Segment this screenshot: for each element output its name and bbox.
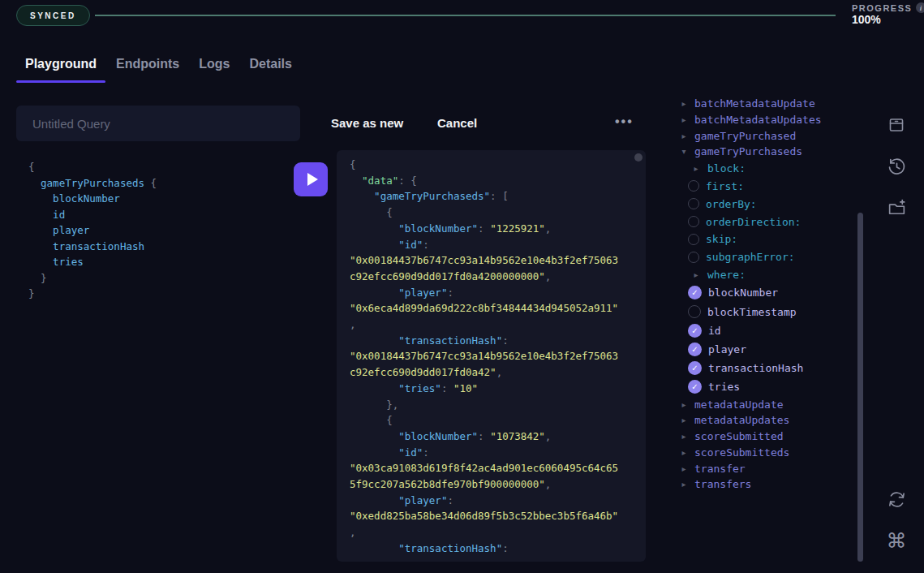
result-scrollbar[interactable] [634, 153, 643, 162]
schema-item-skip[interactable]: skip: [680, 230, 854, 248]
schema-item-scoreSubmitteds[interactable]: ▸scoreSubmitteds [680, 445, 854, 461]
schema-item-metadataUpdates[interactable]: ▸metadataUpdates [680, 412, 854, 429]
code-line: id [28, 207, 157, 223]
more-options-button[interactable]: ••• [610, 114, 638, 130]
progress-label: PROGRESS i [852, 2, 924, 13]
result-json: { "data": { "gameTryPurchaseds": [ { "bl… [350, 157, 618, 557]
code-line: { [350, 157, 618, 173]
schema-item-transfer[interactable]: ▸transfer [680, 460, 854, 476]
code-line: }, [350, 397, 618, 413]
schema-item-block[interactable]: ▸block: [680, 160, 854, 178]
schema-item-label: metadataUpdates [694, 414, 789, 426]
refresh-button[interactable] [885, 488, 908, 511]
caret-right-icon[interactable]: ▸ [680, 464, 688, 473]
execute-query-button[interactable] [294, 162, 328, 196]
code-line: "0x00184437b6747cc93a14b9562e10e4b3f2ef7… [350, 348, 618, 364]
radio-unchecked-icon[interactable] [688, 234, 699, 245]
radio-unchecked-icon[interactable] [688, 180, 699, 192]
caret-right-icon[interactable]: ▸ [691, 270, 701, 279]
code-line: player [28, 222, 157, 239]
info-icon[interactable]: i [916, 2, 924, 13]
schema-item-label: gameTryPurchaseds [694, 145, 802, 157]
checkbox-checked-icon[interactable]: ✓ [688, 324, 702, 338]
new-collection-button[interactable] [885, 196, 908, 219]
progress-value: 100% [852, 13, 881, 26]
caret-right-icon[interactable]: ▸ [680, 99, 688, 108]
code-line: "0x03ca91083d619f8f42ac4ad901ec6060495c6… [350, 460, 618, 476]
code-line: "player": [350, 493, 618, 509]
schema-item-batchMetadataUpdates[interactable]: ▸batchMetadataUpdates [680, 112, 854, 128]
schema-item-label: orderDirection: [706, 216, 801, 228]
tab-endpoints[interactable]: Endpoints [107, 54, 188, 81]
radio-unchecked-icon[interactable] [688, 305, 701, 318]
save-as-new-button[interactable]: Save as new [326, 115, 408, 131]
schema-item-first[interactable]: first: [680, 178, 854, 196]
schema-item-gameTryPurchased[interactable]: ▸gameTryPurchased [680, 127, 854, 144]
caret-right-icon[interactable]: ▸ [680, 115, 688, 124]
schema-item-id[interactable]: ✓id [680, 321, 854, 340]
checkbox-checked-icon[interactable]: ✓ [688, 361, 702, 375]
code-line: , [350, 317, 618, 333]
caret-right-icon[interactable]: ▸ [680, 131, 688, 140]
caret-right-icon[interactable]: ▸ [680, 480, 688, 489]
tab-playground[interactable]: Playground [16, 54, 105, 81]
checkbox-checked-icon[interactable]: ✓ [688, 380, 702, 394]
checkbox-checked-icon[interactable]: ✓ [688, 286, 702, 299]
schema-item-where[interactable]: ▸where: [680, 266, 854, 284]
code-line: "data": { [350, 173, 618, 189]
code-line: "0x00184437b6747cc93a14b9562e10e4b3f2ef7… [350, 252, 618, 269]
schema-item-transactionHash[interactable]: ✓transactionHash [680, 359, 854, 377]
caret-right-icon[interactable]: ▸ [680, 432, 688, 441]
schema-item-blockNumber[interactable]: ✓blockNumber [680, 283, 854, 302]
schema-item-orderDirection[interactable]: orderDirection: [680, 213, 854, 230]
schema-item-label: subgraphError: [706, 251, 795, 263]
schema-item-label: skip: [706, 233, 737, 245]
caret-right-icon[interactable]: ▸ [680, 416, 688, 424]
synced-label: SYNCED [30, 11, 76, 20]
code-line: c92efcc690d9dd017fd0a42", [350, 364, 618, 381]
schema-item-batchMetadataUpdate[interactable]: ▸batchMetadataUpdate [680, 96, 854, 112]
schema-item-orderBy[interactable]: orderBy: [680, 195, 854, 213]
schema-item-subgraphError[interactable]: subgraphError: [680, 248, 854, 266]
cancel-button[interactable]: Cancel [432, 115, 482, 131]
command-icon: ⌘ [887, 531, 907, 551]
code-line: { [350, 412, 618, 429]
schema-item-label: scoreSubmitted [694, 430, 784, 442]
command-palette-button[interactable]: ⌘ [885, 529, 908, 552]
saved-queries-button[interactable] [885, 114, 908, 136]
tab-details[interactable]: Details [240, 54, 300, 81]
radio-unchecked-icon[interactable] [688, 252, 699, 263]
archive-box-icon [887, 115, 906, 135]
code-line: gameTryPurchaseds { [28, 175, 157, 192]
schema-item-tries[interactable]: ✓tries [680, 377, 854, 396]
tab-logs[interactable]: Logs [190, 54, 239, 81]
code-line: "blockNumber": "1225921", [350, 221, 618, 237]
schema-item-blockTimestamp[interactable]: blockTimestamp [680, 303, 854, 321]
radio-unchecked-icon[interactable] [688, 216, 699, 227]
caret-right-icon[interactable]: ▸ [680, 400, 688, 409]
caret-right-icon[interactable]: ▸ [691, 164, 701, 173]
schema-item-transfers[interactable]: ▸transfers [680, 476, 854, 493]
caret-down-icon[interactable]: ▾ [680, 147, 688, 156]
schema-item-scoreSubmitted[interactable]: ▸scoreSubmitted [680, 429, 854, 445]
schema-item-label: transfer [694, 463, 746, 475]
query-editor[interactable]: { gameTryPurchaseds { blockNumber id pla… [28, 159, 157, 302]
folder-plus-icon [887, 198, 907, 218]
progress-bar [95, 15, 836, 16]
code-line: "transactionHash": [350, 333, 618, 349]
history-icon [887, 157, 907, 177]
refresh-icon [887, 489, 907, 510]
schema-item-metadataUpdate[interactable]: ▸metadataUpdate [680, 396, 854, 412]
tab-bar: Playground Endpoints Logs Details [16, 54, 301, 81]
caret-right-icon[interactable]: ▸ [680, 448, 688, 457]
schema-item-player[interactable]: ✓player [680, 340, 854, 359]
code-line: } [28, 270, 157, 286]
checkbox-checked-icon[interactable]: ✓ [688, 343, 702, 356]
query-history-button[interactable] [885, 155, 908, 178]
query-name-input[interactable] [16, 106, 300, 141]
schema-scrollbar[interactable] [857, 213, 863, 562]
radio-unchecked-icon[interactable] [688, 198, 699, 209]
schema-item-gameTryPurchaseds[interactable]: ▾gameTryPurchaseds [680, 144, 854, 160]
schema-item-label: block: [707, 162, 746, 174]
code-line: "0x6eca4d899da69d222c8bf34844434d945052a… [350, 300, 618, 317]
